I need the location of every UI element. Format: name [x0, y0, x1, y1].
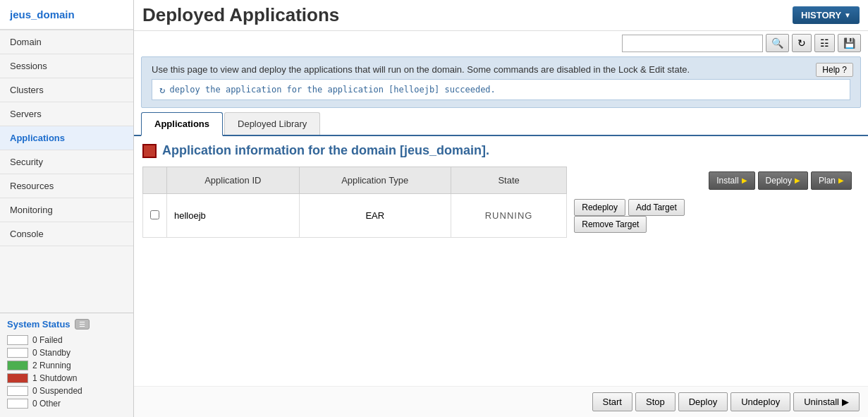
history-arrow-icon: ▼ [844, 11, 851, 19]
btn-arrow-icon: ▶ [838, 176, 844, 184]
status-count-label: 0 Other [32, 399, 61, 409]
uninstall-bottom-button[interactable]: Uninstall ▶ [793, 392, 860, 411]
search-icon-button[interactable]: 🔍 [766, 34, 789, 52]
sidebar-item-clusters[interactable]: Clusters [0, 78, 133, 102]
btn-arrow-icon: ▶ [795, 176, 800, 184]
search-input[interactable] [622, 35, 763, 52]
status-count-label: 2 Running [32, 361, 71, 370]
uninstall-arrow-icon: ▶ [842, 397, 849, 407]
success-message: ↻ deploy the application for the applica… [152, 79, 850, 100]
sidebar-logo: jeus_domain [0, 0, 133, 30]
sidebar-nav: DomainSessionsClustersServersApplication… [0, 30, 133, 313]
main-content: Deployed Applications HISTORY ▼ 🔍 ↻ ☷ 💾 … [134, 0, 868, 417]
undeploy-bottom-button[interactable]: Undeploy [731, 392, 790, 411]
row-checkbox[interactable] [150, 210, 159, 219]
status-count-label: 0 Standby [32, 348, 71, 358]
status-box-empty [7, 386, 28, 396]
topbar: Deployed Applications HISTORY ▼ [134, 0, 868, 31]
status-row-suspended: 0 Suspended [7, 386, 126, 396]
status-box-empty [7, 335, 28, 345]
export-icon-button[interactable]: 💾 [838, 34, 861, 52]
remove-target-button[interactable]: Remove Target [574, 216, 647, 233]
help-button[interactable]: Help ? [816, 63, 853, 77]
info-banner: Use this page to view and deploy the app… [141, 56, 861, 108]
app-id-cell: helloejb [167, 194, 300, 238]
content-area: Application information for the domain [… [134, 136, 868, 386]
section-icon [142, 144, 157, 158]
refresh-icon-button[interactable]: ↻ [792, 34, 812, 52]
sidebar-item-resources[interactable]: Resources [0, 174, 133, 198]
status-row-running: 2 Running [7, 361, 126, 370]
status-box-empty [7, 348, 28, 358]
status-box-running [7, 361, 28, 370]
tab-applications[interactable]: Applications [141, 112, 223, 136]
status-count-label: 1 Shutdown [32, 373, 77, 383]
system-status-toggle[interactable]: ☰ [75, 319, 90, 330]
sidebar-item-sessions[interactable]: Sessions [0, 54, 133, 78]
system-status-title: System Status ☰ [7, 319, 126, 330]
btn-arrow-icon: ▶ [742, 176, 747, 184]
bottom-action-bar: StartStopDeployUndeployUninstall ▶ [134, 386, 868, 417]
status-count-label: 0 Suspended [32, 386, 82, 396]
status-row-other: 0 Other [7, 399, 126, 409]
sidebar-item-console[interactable]: Console [0, 222, 133, 246]
page-title: Deployed Applications [142, 4, 339, 26]
state-header: State [451, 167, 566, 194]
install-button[interactable]: Install ▶ [709, 171, 754, 190]
checkbox-header [143, 167, 167, 194]
sidebar-item-security[interactable]: Security [0, 150, 133, 174]
sidebar-item-domain[interactable]: Domain [0, 30, 133, 54]
sidebar-item-monitoring[interactable]: Monitoring [0, 198, 133, 222]
tab-deployed-library[interactable]: Deployed Library [224, 112, 320, 135]
deploy-button[interactable]: Deploy ▶ [758, 171, 808, 190]
search-area: 🔍 ↻ ☷ 💾 [134, 31, 868, 52]
app-state-cell: RUNNING [451, 194, 566, 238]
plan-button[interactable]: Plan ▶ [811, 171, 852, 190]
section-title: Application information for the domain [… [142, 143, 860, 158]
sidebar: jeus_domain DomainSessionsClustersServer… [0, 0, 134, 417]
add-target-button[interactable]: Add Target [628, 199, 685, 216]
system-status-section: System Status ☰ 0 Failed0 Standby2 Runni… [0, 313, 133, 417]
table-row: helloejbEARRUNNINGRedeployAdd TargetRemo… [143, 194, 860, 238]
status-count-label: 0 Failed [32, 335, 63, 345]
app-id-header: Application ID [167, 167, 300, 194]
status-row-shutdown: 1 Shutdown [7, 373, 126, 383]
tabs-bar: ApplicationsDeployed Library [134, 112, 868, 136]
status-box-shutdown [7, 373, 28, 383]
success-text: deploy the application for the applicati… [169, 85, 495, 95]
action-header: Install ▶Deploy ▶Plan ▶ [567, 167, 860, 194]
app-type-cell: EAR [299, 194, 451, 238]
applications-table: Application ID Application Type State In… [142, 167, 860, 238]
section-title-text: Application information for the domain [… [162, 143, 489, 158]
header-action-buttons: Install ▶Deploy ▶Plan ▶ [574, 171, 852, 190]
domain-name[interactable]: jeus_domain [10, 8, 75, 20]
deploy-bottom-button[interactable]: Deploy [678, 392, 728, 411]
action-bottom-row: Remove Target [574, 216, 852, 233]
row-action-buttons: RedeployAdd TargetRemove Target [567, 194, 860, 238]
grid-icon-button[interactable]: ☷ [814, 34, 835, 52]
help-label: Help [822, 65, 840, 75]
system-status-label: System Status [7, 319, 71, 330]
sidebar-item-applications[interactable]: Applications [0, 126, 133, 150]
action-top-row: RedeployAdd Target [574, 199, 852, 216]
stop-bottom-button[interactable]: Stop [635, 392, 676, 411]
status-row-failed: 0 Failed [7, 335, 126, 345]
row-checkbox-cell [143, 194, 167, 238]
history-button[interactable]: HISTORY ▼ [793, 6, 860, 24]
status-box-empty [7, 399, 28, 409]
start-bottom-button[interactable]: Start [592, 392, 632, 411]
status-row-standby: 0 Standby [7, 348, 126, 358]
redeploy-button[interactable]: Redeploy [574, 199, 625, 216]
history-label: HISTORY [801, 10, 841, 20]
info-banner-text: Use this page to view and deploy the app… [152, 64, 850, 75]
app-type-header: Application Type [299, 167, 451, 194]
sidebar-item-servers[interactable]: Servers [0, 102, 133, 126]
refresh-icon: ↻ [159, 84, 165, 95]
